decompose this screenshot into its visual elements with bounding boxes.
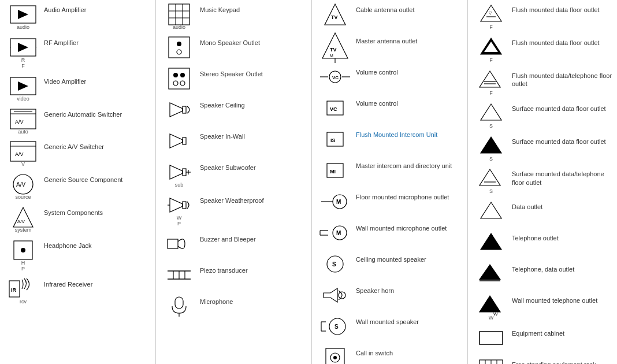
buzzer-bleeper-icon <box>165 234 193 254</box>
system-components-icon: A/V <box>9 207 37 227</box>
svg-point-29 <box>177 42 181 46</box>
item-description: Infrared Receiver <box>44 278 153 288</box>
symbol-wrap: S <box>314 315 356 337</box>
svg-text:IS: IS <box>330 138 336 143</box>
flush-data-floor-1-icon: ▽ <box>477 5 505 24</box>
surface-data-floor-1-icon <box>477 103 505 123</box>
item-description: Volume control <box>356 97 465 107</box>
svg-rect-113 <box>480 332 503 344</box>
item-description: Volume control <box>356 66 465 76</box>
item-description: Buzzer and Bleeper <box>200 233 309 243</box>
symbol-wrap: S <box>470 168 512 195</box>
generic-auto-switcher-icon: A/V <box>9 109 37 129</box>
svg-rect-37 <box>183 106 186 113</box>
symbol-label: auto <box>18 129 28 135</box>
svg-point-32 <box>173 73 178 77</box>
symbol-wrap: S <box>470 135 512 162</box>
speaker-weatherproof-icon <box>165 195 193 215</box>
svg-text:TV: TV <box>330 47 337 53</box>
list-item: F Flush mounted data/telephone floor out… <box>470 69 615 96</box>
symbol-label: source <box>15 195 31 200</box>
svg-point-34 <box>173 81 178 86</box>
item-description: Call in switch <box>356 347 465 357</box>
speaker-horn-icon <box>321 285 349 305</box>
list-item: Free standing equipment rack <box>470 358 615 364</box>
symbol-label: W <box>489 315 494 321</box>
flush-data-floor-2-icon <box>477 38 505 57</box>
symbol-wrap: sub <box>158 161 200 188</box>
list-item: S Surface mounted data floor outlet <box>470 135 615 162</box>
symbol-wrap: video <box>2 75 44 102</box>
symbol-wrap: TV <box>314 3 356 25</box>
symbol-wrap <box>470 200 512 222</box>
volume-control-box-icon: VC <box>321 98 349 118</box>
volume-control-line-icon: VC <box>321 67 349 87</box>
list-item: S Wall mounted speaker <box>314 315 465 341</box>
flush-data-tel-floor-icon <box>477 70 505 90</box>
svg-marker-104 <box>481 137 501 153</box>
item-description: Speaker In-Wall <box>200 130 309 140</box>
symbol-label: rcv <box>20 299 27 305</box>
list-item: Telephone, data outlet <box>470 263 615 288</box>
list-item: W W Wall mounted telephone outlet <box>470 294 615 321</box>
list-item: RF RF Amplifier <box>2 36 153 69</box>
symbol-wrap <box>158 295 200 317</box>
svg-marker-40 <box>170 165 183 179</box>
symbol-wrap: A/V system <box>2 206 44 233</box>
list-item: WP Speaker Weatherproof <box>158 194 309 227</box>
svg-marker-7 <box>18 81 28 91</box>
item-description: Surface mounted data floor outlet <box>512 135 615 146</box>
list-item: A/V system System Components <box>2 206 153 233</box>
list-item: TV M Master antenna outlet <box>314 35 465 60</box>
list-item: A/V source Generic Source Component <box>2 173 153 200</box>
symbol-wrap <box>158 233 200 254</box>
equipment-cabinet-icon <box>477 328 505 348</box>
item-description: Microphone <box>200 295 309 306</box>
symbol-wrap: MI <box>314 159 356 181</box>
symbol-label: audio <box>17 25 29 31</box>
symbol-wrap <box>158 99 200 120</box>
svg-rect-31 <box>169 68 189 89</box>
svg-rect-47 <box>168 239 178 248</box>
list-item: Telephone outlet <box>470 232 615 257</box>
item-description: Wall mounted telephone outlet <box>512 294 615 304</box>
svg-marker-1 <box>18 10 28 19</box>
generic-source-icon: A/V <box>9 174 37 194</box>
symbol-wrap: M <box>314 222 356 243</box>
list-item: M Floor mounted microphone outlet <box>314 191 465 216</box>
item-description: Master intercom and directory unit <box>356 159 465 170</box>
symbol-wrap: A/V auto <box>2 108 44 135</box>
microphone-icon <box>165 296 193 316</box>
svg-point-30 <box>177 50 181 54</box>
list-item: TV Cable antenna outlet <box>314 3 465 29</box>
symbol-wrap: ▽ F <box>470 3 512 31</box>
list-item: F Flush mounted data floor outlet <box>470 36 615 64</box>
svg-rect-45 <box>183 202 186 209</box>
symbol-label: S <box>489 157 493 162</box>
speaker-subwoofer-icon <box>165 162 193 182</box>
svg-point-89 <box>333 356 337 359</box>
data-outlet-icon <box>477 202 505 221</box>
column-3: TV Cable antenna outlet TV M <box>312 0 468 364</box>
svg-marker-44 <box>170 198 183 212</box>
symbol-label: F <box>489 25 493 31</box>
symbol-wrap: RF <box>2 36 44 69</box>
list-item: Microphone <box>158 295 309 321</box>
item-description: Generic A/V Switcher <box>44 140 153 151</box>
column-2: audio Music Keypad Mono Speaker Outlet <box>156 0 312 364</box>
symbol-grid: audio Audio Amplifier RF RF Amplifier <box>0 0 617 364</box>
svg-marker-38 <box>170 134 183 148</box>
item-description: Cable antenna outlet <box>356 3 465 14</box>
speaker-in-wall-icon <box>165 131 193 151</box>
symbol-wrap: WP <box>158 194 200 227</box>
svg-marker-3 <box>18 43 28 52</box>
item-description: Speaker Weatherproof <box>200 194 309 205</box>
item-description: Headphone Jack <box>44 239 153 250</box>
svg-text:MI: MI <box>330 169 336 174</box>
list-item: IR rcv Infrared Receiver <box>2 278 153 305</box>
svg-rect-41 <box>183 169 186 176</box>
list-item: Stereo Speaker Outlet <box>158 68 309 93</box>
symbol-wrap: VC <box>314 66 356 87</box>
headphone-jack-icon <box>9 240 37 260</box>
symbol-wrap <box>314 347 356 364</box>
